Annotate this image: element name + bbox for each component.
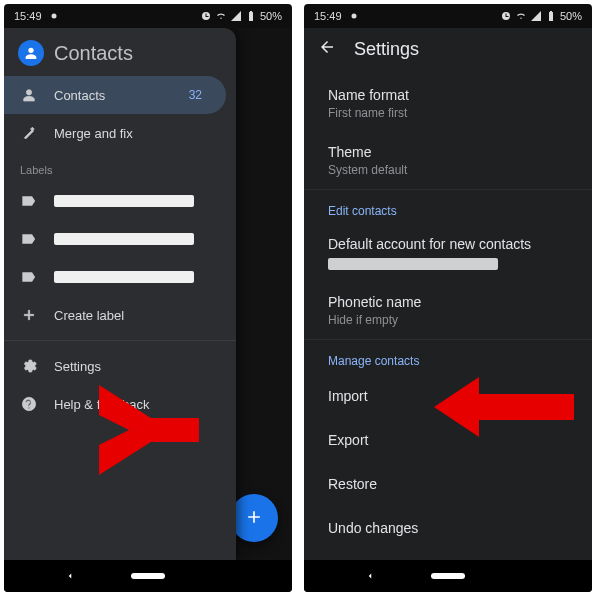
appbar: Settings: [304, 28, 592, 75]
drawer-header: Contacts: [4, 28, 236, 76]
app-title: Contacts: [54, 42, 133, 65]
nav-count: 32: [189, 88, 210, 102]
notification-dot-icon: [48, 10, 60, 22]
row-blocked-numbers[interactable]: Blocked numbers: [304, 550, 592, 560]
nav-home-pill[interactable]: [131, 573, 165, 579]
labels-header: Labels: [4, 152, 236, 182]
row-phonetic[interactable]: Phonetic name Hide if empty: [304, 282, 592, 340]
svg-marker-4: [434, 377, 574, 437]
label-icon: [20, 230, 38, 248]
subheader-manage-contacts: Manage contacts: [304, 340, 592, 374]
label-icon: [20, 268, 38, 286]
label-item[interactable]: [4, 258, 236, 296]
nav-item-merge[interactable]: Merge and fix: [4, 114, 236, 152]
gear-icon: [20, 357, 38, 375]
help-icon: [20, 395, 38, 413]
svg-rect-2: [144, 418, 199, 442]
nav-home-pill[interactable]: [431, 573, 465, 579]
person-icon: [20, 86, 38, 104]
label-item[interactable]: [4, 220, 236, 258]
page-title: Settings: [354, 39, 419, 60]
row-subtitle: Hide if empty: [328, 313, 568, 327]
status-battery-pct: 50%: [260, 10, 282, 22]
status-battery-pct: 50%: [560, 10, 582, 22]
battery-icon: [245, 10, 257, 22]
row-title: Default account for new contacts: [328, 236, 568, 252]
system-nav-bar: [304, 560, 592, 592]
row-theme[interactable]: Theme System default: [304, 132, 592, 190]
nav-label: Contacts: [54, 88, 105, 103]
row-subtitle: System default: [328, 163, 568, 177]
row-default-account[interactable]: Default account for new contacts: [304, 224, 592, 282]
notification-dot-icon: [348, 10, 360, 22]
row-restore[interactable]: Restore: [304, 462, 592, 506]
wifi-icon: [515, 10, 527, 22]
nav-item-contacts[interactable]: Contacts 32: [4, 76, 226, 114]
back-button[interactable]: [318, 38, 336, 61]
label-icon: [20, 192, 38, 210]
nav-back-icon[interactable]: [65, 569, 75, 584]
subheader-edit-contacts: Edit contacts: [304, 190, 592, 224]
status-time: 15:49: [14, 10, 42, 22]
label-text-redacted: [54, 233, 194, 245]
plus-icon: [20, 306, 38, 324]
annotation-arrow-settings: [74, 370, 204, 500]
system-nav-bar: [4, 560, 292, 592]
phone-right: 15:49 50% Settings Name format First nam…: [304, 4, 592, 592]
row-undo-changes[interactable]: Undo changes: [304, 506, 592, 550]
settings-list: Name format First name first Theme Syste…: [304, 75, 592, 560]
signal-icon: [530, 10, 542, 22]
nav-label: Merge and fix: [54, 126, 133, 141]
label-text-redacted: [54, 195, 194, 207]
account-value-redacted: [328, 258, 498, 270]
status-bar: 15:49 50%: [304, 4, 592, 28]
battery-icon: [545, 10, 557, 22]
svg-point-3: [351, 14, 356, 19]
label-text-redacted: [54, 271, 194, 283]
alarm-icon: [200, 10, 212, 22]
contacts-logo-icon: [18, 40, 44, 66]
row-name-format[interactable]: Name format First name first: [304, 75, 592, 132]
nav-back-icon[interactable]: [365, 569, 375, 584]
status-time: 15:49: [314, 10, 342, 22]
row-title: Phonetic name: [328, 294, 568, 310]
alarm-icon: [500, 10, 512, 22]
fab-new-contact[interactable]: [230, 494, 278, 542]
annotation-arrow-import: [424, 372, 574, 442]
row-subtitle: First name first: [328, 106, 568, 120]
row-title: Name format: [328, 87, 568, 103]
settings-screen: Settings Name format First name first Th…: [304, 28, 592, 560]
status-bar: 15:49 50%: [4, 4, 292, 28]
signal-icon: [230, 10, 242, 22]
phone-left: 15:49 50% Contacts Contacts: [4, 4, 292, 592]
svg-point-0: [51, 14, 56, 19]
row-title: Theme: [328, 144, 568, 160]
nav-item-create-label[interactable]: Create label: [4, 296, 236, 334]
plus-icon: [244, 507, 264, 530]
nav-label: Create label: [54, 308, 124, 323]
wifi-icon: [215, 10, 227, 22]
label-item[interactable]: [4, 182, 236, 220]
divider: [4, 340, 236, 341]
wand-icon: [20, 124, 38, 142]
